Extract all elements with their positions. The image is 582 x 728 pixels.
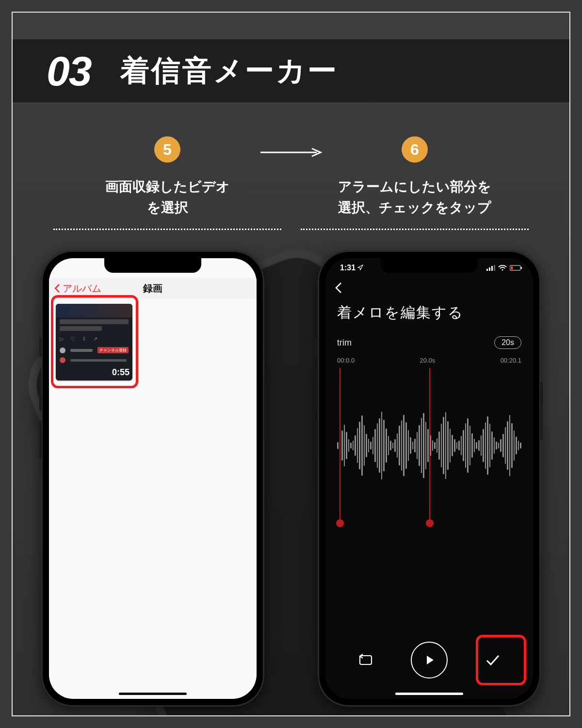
back-button[interactable] bbox=[325, 278, 533, 296]
tick-label: 00:20.1 bbox=[501, 357, 521, 364]
time-ruler: 00:0.0 20.0s 00:20.1 bbox=[325, 353, 533, 368]
page-title: 着信音メーカー bbox=[120, 51, 339, 91]
step-caption: アラームにしたい部分を 選択、チェックをタップ bbox=[338, 176, 491, 220]
caption-line: を選択 bbox=[147, 200, 188, 215]
phone-notch bbox=[104, 258, 201, 273]
trim-handle-end[interactable] bbox=[429, 368, 430, 523]
highlight-box bbox=[476, 635, 526, 685]
step-6: 6 アラームにしたい部分を 選択、チェックをタップ bbox=[301, 136, 529, 230]
trim-handle-start[interactable] bbox=[340, 368, 340, 523]
phone-side-button bbox=[39, 420, 42, 459]
home-indicator bbox=[119, 693, 187, 695]
screen-video-picker: アルバム 録画 ▷♡⇩↗ チャンネル登録 0:55 bbox=[49, 258, 257, 699]
nav-title: 録画 bbox=[143, 282, 162, 295]
waveform-area[interactable] bbox=[337, 368, 521, 528]
phone-side-button bbox=[316, 420, 318, 459]
back-label: アルバム bbox=[63, 282, 101, 295]
svg-rect-4 bbox=[494, 265, 495, 271]
svg-rect-1 bbox=[486, 269, 488, 271]
step-group-number: 03 bbox=[47, 47, 91, 95]
caption-line: アラームにしたい部分を bbox=[338, 179, 491, 194]
header-bar: 03 着信音メーカー bbox=[13, 39, 569, 102]
phone-side-button bbox=[264, 381, 266, 440]
loop-button[interactable] bbox=[347, 642, 384, 678]
phone-mockup-right: 1:31 着メロを編集する trim 20s bbox=[318, 250, 541, 707]
tick-label: 00:0.0 bbox=[337, 357, 355, 364]
step-5: 5 画面収録したビデオ を選択 bbox=[53, 136, 281, 230]
svg-rect-3 bbox=[491, 266, 493, 271]
highlight-box bbox=[51, 295, 138, 388]
svg-rect-8 bbox=[511, 266, 513, 269]
phone-side-button bbox=[316, 372, 318, 411]
wifi-icon bbox=[498, 265, 507, 271]
steps-row: 5 画面収録したビデオ を選択 6 アラームにしたい部分を 選択、チェックをタッ… bbox=[13, 136, 569, 230]
status-time: 1:31 bbox=[340, 264, 363, 272]
divider-dots bbox=[301, 229, 529, 230]
phone-side-button bbox=[316, 338, 318, 357]
phones-row: アルバム 録画 ▷♡⇩↗ チャンネル登録 0:55 bbox=[13, 250, 569, 707]
caption-line: 選択、チェックをタップ bbox=[338, 200, 491, 215]
screen-ringtone-editor: 1:31 着メロを編集する trim 20s bbox=[325, 258, 533, 699]
divider-dots bbox=[53, 229, 281, 230]
play-button[interactable] bbox=[411, 642, 448, 678]
duration-pill[interactable]: 20s bbox=[494, 336, 521, 349]
home-indicator bbox=[395, 693, 463, 695]
phone-side-button bbox=[39, 338, 42, 357]
trim-label: trim bbox=[337, 338, 352, 348]
battery-low-icon bbox=[510, 265, 522, 271]
phone-notch bbox=[381, 258, 478, 273]
phone-side-button bbox=[39, 372, 42, 411]
cellular-icon bbox=[486, 265, 495, 271]
svg-rect-2 bbox=[489, 267, 490, 271]
back-button[interactable]: アルバム bbox=[54, 282, 101, 295]
svg-rect-7 bbox=[521, 267, 522, 269]
step-caption: 画面収録したビデオ を選択 bbox=[105, 176, 230, 220]
time-value: 1:31 bbox=[340, 264, 356, 272]
svg-marker-10 bbox=[427, 656, 434, 664]
play-icon bbox=[423, 654, 436, 666]
phone-mockup-left: アルバム 録画 ▷♡⇩↗ チャンネル登録 0:55 bbox=[41, 250, 264, 707]
step-badge: 5 bbox=[154, 136, 180, 163]
svg-point-5 bbox=[502, 269, 503, 271]
location-icon bbox=[357, 265, 363, 270]
caption-line: 画面収録したビデオ bbox=[105, 179, 230, 194]
tutorial-card: 03 着信音メーカー 5 画面収録したビデオ を選択 6 アラームにしたい部分を… bbox=[12, 12, 570, 716]
phone-side-button bbox=[540, 381, 543, 440]
tick-label: 20.0s bbox=[420, 357, 435, 364]
editor-title: 着メロを編集する bbox=[325, 296, 533, 326]
trim-row: trim 20s bbox=[325, 326, 533, 353]
step-badge: 6 bbox=[402, 136, 428, 163]
